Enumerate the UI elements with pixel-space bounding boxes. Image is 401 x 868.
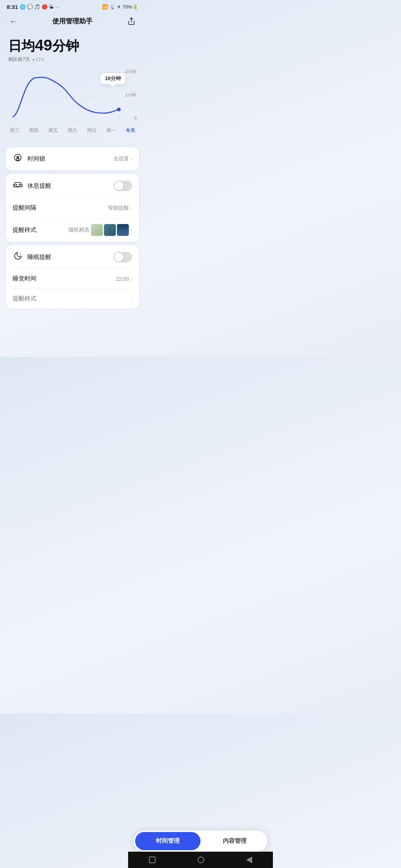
section-divider-1	[0, 141, 145, 144]
rest-reminder-label: 休息提醒	[27, 182, 51, 190]
reminder-style-label: 提醒样式	[13, 226, 36, 234]
svg-point-4	[117, 108, 121, 111]
daily-avg-prefix: 日均	[8, 38, 35, 53]
status-bar: 8:31 🌐 💬 🎵 🔴 🌤 ··· 📶 📡 ✈ 70%🔋	[0, 0, 145, 11]
sleep-reminder-row: z z 睡眠提醒	[6, 246, 139, 269]
reminder-interval-row[interactable]: 提醒间隔 智能提醒 ›	[6, 198, 139, 218]
rest-reminder-left: 休息提醒	[13, 180, 51, 192]
time-lock-icon	[13, 153, 23, 164]
time-lock-row[interactable]: 时间锁 去设置 ›	[6, 147, 139, 170]
time-lock-right: 去设置 ›	[113, 155, 132, 162]
x-label-1: 周四	[29, 127, 39, 134]
thumbnail-group	[91, 224, 129, 236]
rest-reminder-card: 休息提醒 提醒间隔 智能提醒 › 提醒样式 随机精选	[6, 174, 139, 242]
main-content: 日均49分钟 相比前7天 11% 2小时 1小时 0 16分钟	[0, 32, 145, 357]
compare-label: 相比前7天	[8, 56, 30, 63]
time-lock-chevron: ›	[130, 156, 132, 162]
thumbnail-2	[104, 224, 116, 236]
wifi-icon: 📡	[110, 4, 115, 10]
status-left: 8:31 🌐 💬 🎵 🔴 🌤 ···	[7, 4, 59, 10]
daily-avg-unit: 分钟	[52, 38, 79, 53]
trend-percent: 11%	[36, 57, 45, 62]
tooltip-value: 16分钟	[105, 75, 121, 81]
page-title: 使用管理助手	[52, 17, 92, 26]
sleep-reminder-icon: z z	[13, 251, 23, 263]
signal-icon: 📶	[102, 4, 108, 10]
status-dots: ···	[55, 4, 59, 10]
svg-text:z: z	[20, 252, 22, 254]
time-lock-card: 时间锁 去设置 ›	[6, 147, 139, 170]
chart-svg-container: 16分钟	[8, 69, 137, 124]
sleep-style-row[interactable]: 提醒样式 ›	[6, 289, 139, 309]
x-label-0: 周三	[10, 127, 19, 134]
rest-reminder-icon	[13, 180, 23, 192]
svg-rect-6	[17, 158, 19, 160]
reminder-interval-label: 提醒间隔	[13, 204, 36, 212]
status-icons: 🌐 💬 🎵 🔴 🌤	[20, 4, 53, 10]
time-lock-action: 去设置	[113, 155, 129, 162]
x-label-3: 周六	[68, 127, 77, 134]
chart-tooltip: 16分钟	[100, 73, 125, 84]
x-label-2: 周五	[48, 127, 58, 134]
battery-icon: 70%🔋	[123, 4, 138, 10]
sleep-time-right: 22:00 ›	[116, 276, 132, 282]
reminder-style-row[interactable]: 提醒样式 随机精选 ›	[6, 218, 139, 242]
sleep-reminder-label: 睡眠提醒	[27, 253, 51, 261]
daily-avg-section: 日均49分钟 相比前7天 11%	[0, 32, 145, 63]
back-button[interactable]: ←	[7, 14, 20, 28]
time-lock-left: 时间锁	[13, 153, 45, 164]
share-icon	[127, 17, 136, 25]
time-lock-label: 时间锁	[27, 155, 45, 163]
svg-point-9	[19, 184, 20, 185]
reminder-interval-right: 智能提醒 ›	[108, 205, 132, 211]
sleep-time-chevron: ›	[130, 276, 132, 282]
x-label-today: 今天	[125, 127, 135, 134]
airplane-icon: ✈	[117, 4, 121, 10]
status-right: 📶 📡 ✈ 70%🔋	[102, 4, 138, 10]
daily-avg-sub: 相比前7天 11%	[8, 56, 137, 63]
sleep-time-label: 睡觉时间	[13, 275, 36, 283]
chart-x-labels: 周三 周四 周五 周六 周日 周一 今天	[8, 124, 137, 134]
sleep-time-value: 22:00	[116, 276, 129, 282]
thumbnail-1	[91, 224, 103, 236]
chart-area: 2小时 1小时 0 16分钟 周三 周四 周五 周六	[0, 63, 145, 141]
reminder-interval-value: 智能提醒	[108, 205, 129, 211]
svg-point-8	[16, 184, 17, 185]
sleep-reminder-left: z z 睡眠提醒	[13, 251, 51, 263]
arrow-up-icon	[32, 58, 35, 60]
back-icon: ←	[10, 17, 17, 26]
sleep-style-right: ›	[130, 296, 132, 302]
thumbnail-3	[117, 224, 129, 236]
status-time: 8:31	[7, 4, 18, 10]
rest-reminder-row: 休息提醒	[6, 174, 139, 198]
reminder-style-value: 随机精选	[69, 227, 89, 233]
sleep-style-chevron: ›	[130, 296, 132, 302]
nav-bar: ← 使用管理助手	[0, 11, 145, 32]
daily-avg-value: 49	[35, 36, 52, 54]
rest-reminder-toggle[interactable]	[114, 181, 132, 191]
reminder-style-right: 随机精选 ›	[69, 224, 132, 236]
trend-indicator: 11%	[32, 57, 45, 62]
style-chevron: ›	[130, 227, 132, 233]
sleep-style-label: 提醒样式	[13, 295, 36, 303]
daily-avg-title: 日均49分钟	[8, 36, 137, 55]
sleep-time-row[interactable]: 睡觉时间 22:00 ›	[6, 269, 139, 289]
x-label-5: 周一	[106, 127, 116, 134]
sleep-reminder-toggle[interactable]	[114, 252, 132, 262]
interval-chevron: ›	[130, 205, 132, 211]
sleep-reminder-card: z z 睡眠提醒 睡觉时间 22:00 › 提醒样式 ›	[6, 246, 139, 309]
x-label-4: 周日	[87, 127, 97, 134]
share-button[interactable]	[125, 14, 138, 28]
